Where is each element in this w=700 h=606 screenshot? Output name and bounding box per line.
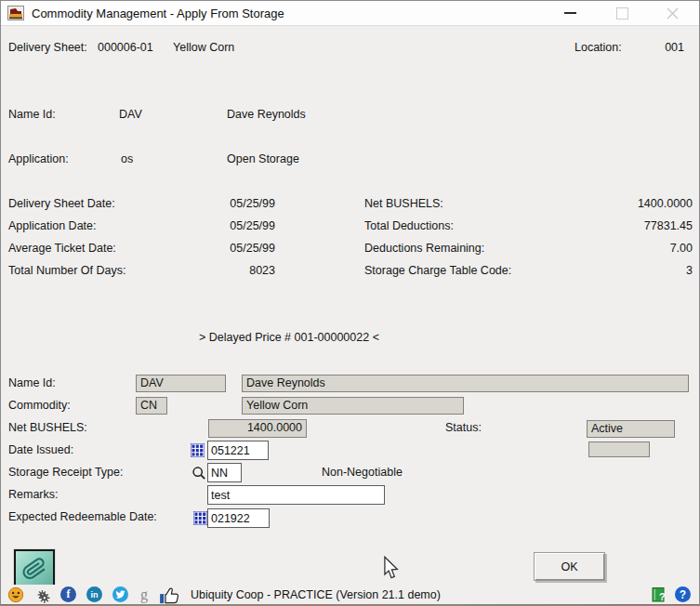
facebook-icon[interactable]: f: [60, 586, 76, 602]
settings-gears-icon[interactable]: [33, 586, 51, 603]
thumbs-up-icon[interactable]: [159, 586, 181, 604]
app-icon: [7, 6, 24, 20]
form-status-label: Status:: [445, 421, 482, 435]
delivery-sheet-label: Delivery Sheet:: [8, 41, 87, 55]
form-commodity-label: Commodity:: [8, 399, 71, 413]
form-name-id-code-field: DAV: [136, 375, 226, 392]
ok-button-label: OK: [561, 560, 577, 573]
form-remarks-label: Remarks:: [8, 488, 58, 502]
summary-label: Storage Charge Table Code:: [364, 264, 511, 278]
form-expected-redeemable-date-label: Expected Redeemable Date:: [8, 510, 157, 524]
location-label: Location:: [575, 41, 622, 55]
name-id-label: Name Id:: [8, 108, 56, 122]
form-date-issued-label: Date Issued:: [8, 443, 73, 457]
summary-label: Total Number Of Days:: [8, 264, 125, 278]
date-issued-calendar-icon[interactable]: [190, 442, 205, 457]
storage-receipt-lookup-icon[interactable]: [191, 465, 206, 481]
maximize-button[interactable]: [601, 1, 642, 25]
form-net-bushels-label: Net BUSHELS:: [8, 421, 87, 435]
maximize-icon: [616, 7, 628, 20]
attachment-button[interactable]: [14, 549, 55, 588]
form-net-bushels-field: 1400.0000: [208, 419, 307, 438]
date-issued-input[interactable]: [207, 441, 269, 460]
empty-gray-field: [588, 441, 650, 457]
summary-value: 1400.0000: [559, 197, 693, 211]
summary-value: 3: [559, 264, 693, 278]
form-commodity-code-field: CN: [136, 397, 167, 415]
close-icon: [667, 7, 679, 20]
application-code: os: [121, 152, 133, 166]
form-commodity-description-field: Yellow Corn: [242, 397, 464, 415]
mouse-cursor: [382, 556, 401, 580]
form-name-id-label: Name Id:: [8, 376, 56, 390]
delivery-sheet-commodity: Yellow Corn: [173, 41, 234, 55]
title-bar: Commodity Management - Apply From Storag…: [1, 1, 699, 26]
help-book-icon[interactable]: ?: [651, 586, 667, 603]
twitter-bird-icon: [115, 589, 125, 599]
summary-value: 05/25/99: [168, 219, 275, 233]
summary-value: 7.00: [559, 242, 693, 256]
summary-label: Average Ticket Date:: [8, 242, 116, 256]
expected-redeemable-date-input[interactable]: [207, 508, 270, 528]
location-value: 001: [642, 41, 684, 55]
svg-text:?: ?: [659, 590, 666, 601]
remarks-input[interactable]: [207, 485, 385, 505]
summary-label: Net BUSHELS:: [364, 197, 443, 211]
paperclip-icon: [20, 555, 48, 583]
linkedin-icon[interactable]: in: [86, 586, 102, 602]
window-title: Commodity Management - Apply From Storag…: [32, 7, 284, 20]
summary-label: Total Deductions:: [364, 219, 454, 233]
summary-value: 8023: [168, 264, 275, 278]
twitter-icon[interactable]: [112, 586, 128, 602]
name-id-code: DAV: [119, 108, 142, 122]
expected-date-calendar-icon[interactable]: [192, 510, 207, 525]
form-name-id-description-field: Dave Reynolds: [242, 375, 689, 392]
help-circle-icon[interactable]: ?: [675, 586, 691, 602]
summary-value: 77831.45: [559, 219, 693, 233]
summary-value: 05/25/99: [168, 197, 275, 211]
close-button[interactable]: [652, 1, 693, 25]
storage-receipt-type-input[interactable]: [207, 463, 242, 482]
application-name: Open Storage: [227, 152, 299, 166]
status-bar: f in g Ubiquity Coop - PRACTICE (Version…: [1, 585, 699, 604]
status-bar-text: Ubiquity Coop - PRACTICE (Version 21.1 d…: [191, 588, 441, 601]
application-label: Application:: [8, 152, 69, 166]
delivery-sheet-number: 000006-01: [98, 41, 153, 55]
google-icon[interactable]: g: [140, 586, 148, 603]
apply-from-storage-window: Commodity Management - Apply From Storag…: [0, 0, 700, 606]
summary-label: Application Date:: [8, 219, 97, 233]
storage-receipt-type-description: Non-Negotiable: [322, 466, 403, 480]
delayed-price-banner: > Delayed Price # 001-00000022 <: [140, 331, 438, 345]
summary-value: 05/25/99: [168, 242, 275, 256]
smiley-icon[interactable]: [7, 586, 24, 603]
minimize-icon: [564, 12, 576, 14]
summary-label: Delivery Sheet Date:: [8, 197, 115, 211]
ok-button[interactable]: OK: [534, 552, 605, 581]
name-id-name: Dave Reynolds: [227, 108, 306, 122]
summary-label: Deductions Remaining:: [364, 242, 484, 256]
form-storage-receipt-type-label: Storage Receipt Type:: [8, 466, 123, 480]
form-status-field: Active: [587, 420, 675, 438]
minimize-button[interactable]: [549, 1, 590, 25]
